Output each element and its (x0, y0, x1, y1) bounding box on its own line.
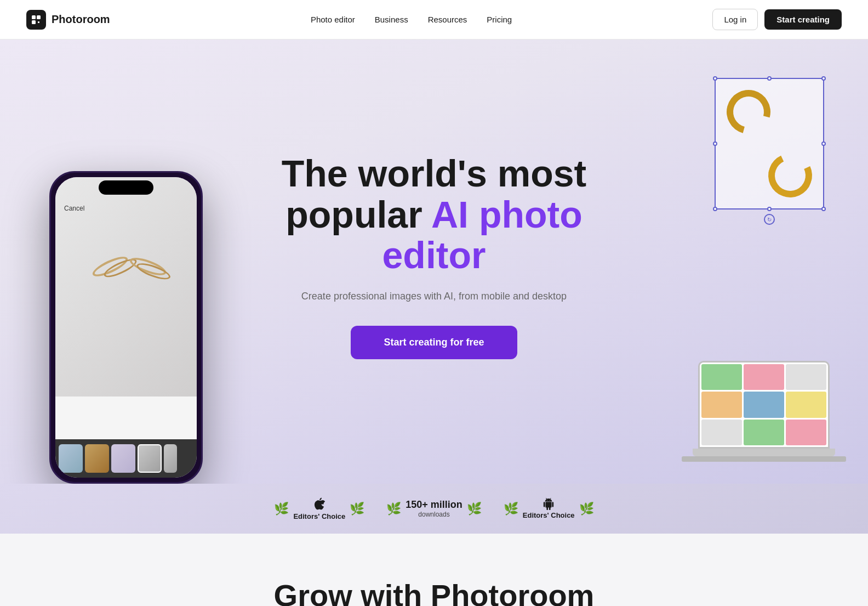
svg-rect-0 (32, 15, 36, 19)
android-icon (542, 498, 555, 510)
laptop-cell-1 (744, 364, 784, 390)
grow-section: Grow with Photoroom (0, 534, 868, 606)
nav-link-resources[interactable]: Resources (428, 15, 467, 24)
badge-android-main: 🌿 Editors' Choice 🌿 (504, 498, 594, 519)
laptop-base (693, 449, 835, 456)
svg-rect-3 (38, 21, 39, 23)
downloads-label: downloads (418, 511, 449, 518)
laptop-mockup (682, 361, 857, 462)
hero-subtitle: Create professional images with AI, from… (282, 289, 586, 304)
start-creating-button[interactable]: Start creating (764, 9, 842, 30)
logo-icon (26, 10, 46, 30)
laurel-left-android: 🌿 (504, 502, 518, 516)
laptop-cell-8 (786, 420, 826, 445)
nav-link-pricing[interactable]: Pricing (487, 15, 512, 24)
hero-title-line1: The world's most (282, 152, 586, 194)
earrings-selection-box: ↻ (715, 78, 824, 209)
laurel-right-dl: 🌿 (467, 502, 482, 516)
corner-mb (767, 207, 772, 211)
corner-br (821, 207, 826, 211)
phone-screen: Cancel (55, 177, 197, 478)
corner-ml (713, 141, 717, 146)
badge-downloads: 🌿 150+ million downloads 🌿 (386, 499, 482, 518)
laptop-screen (698, 361, 830, 449)
thumb-1 (85, 444, 109, 473)
svg-rect-1 (37, 15, 41, 19)
badge-android-text: Editors' Choice (523, 511, 575, 519)
laptop-cell-0 (701, 364, 742, 390)
earrings-float: ↻ (715, 78, 824, 209)
svg-rect-2 (32, 20, 36, 24)
corner-bl (713, 207, 717, 211)
phone-notch (99, 180, 153, 195)
navigation: Photoroom Photo editor Business Resource… (0, 0, 868, 39)
badges-row: 🌿 Editors' Choice 🌿 🌿 150+ million downl… (0, 484, 868, 534)
corner-tl (713, 76, 717, 81)
badge-apple: 🌿 Editors' Choice 🌿 (274, 497, 364, 520)
earring-1 (718, 82, 778, 141)
hero-section: Cancel (0, 39, 868, 484)
laptop-cell-7 (744, 420, 784, 445)
apple-icon (313, 497, 326, 511)
grow-title: Grow with Photoroom (274, 577, 595, 606)
logo[interactable]: Photoroom (26, 10, 110, 30)
phone-device: Cancel (49, 171, 203, 484)
laptop-screen-inner (700, 363, 828, 447)
downloads-number: 150+ million (406, 499, 462, 511)
phone-cancel-label: Cancel (64, 205, 84, 212)
laptop-cell-6 (701, 420, 742, 445)
thumb-0 (59, 444, 83, 473)
hero-title-line2: popular (285, 194, 431, 235)
badge-apple-main: 🌿 Editors' Choice 🌿 (274, 497, 364, 520)
corner-tr (821, 76, 826, 81)
hero-content: The world's most popular AI photoeditor … (282, 153, 586, 359)
laurel-left-apple: 🌿 (274, 502, 289, 516)
nav-links: Photo editor Business Resources Pricing (311, 15, 512, 24)
badge-downloads-main: 🌿 150+ million downloads 🌿 (386, 499, 482, 518)
laptop-cell-3 (701, 392, 742, 417)
laurel-left-dl: 🌿 (386, 502, 401, 516)
laptop-cell-2 (786, 364, 826, 390)
nav-link-business[interactable]: Business (375, 15, 408, 24)
laptop-device (682, 361, 846, 462)
earring-2 (762, 148, 819, 204)
corner-mt (767, 76, 772, 81)
badge-android: 🌿 Editors' Choice 🌿 (504, 498, 594, 519)
phone-thumbnails (55, 439, 197, 478)
badge-apple-text: Editors' Choice (293, 512, 345, 520)
logo-text: Photoroom (52, 13, 110, 26)
thumb-3 (138, 444, 162, 473)
laptop-cell-5 (786, 392, 826, 417)
nav-actions: Log in Start creating (712, 9, 842, 30)
thumb-2 (111, 444, 135, 473)
login-button[interactable]: Log in (712, 9, 758, 30)
phone-mockup: Cancel (33, 171, 219, 484)
nav-link-photo-editor[interactable]: Photo editor (311, 15, 355, 24)
rotate-icon: ↻ (764, 214, 775, 225)
hero-cta-button[interactable]: Start creating for free (351, 326, 517, 359)
corner-mr (821, 141, 826, 146)
laptop-bottom (682, 456, 846, 462)
laurel-right-android: 🌿 (579, 502, 594, 516)
laptop-cell-4 (744, 392, 784, 417)
hero-title-line3: editor (382, 234, 486, 276)
laurel-right-apple: 🌿 (350, 502, 364, 516)
thumb-4 (164, 444, 177, 473)
hero-title: The world's most popular AI photoeditor (282, 153, 586, 276)
